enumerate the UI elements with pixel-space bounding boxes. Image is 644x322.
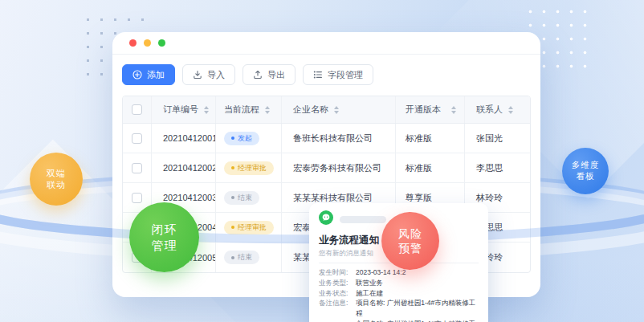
import-button-label: 导入 [207,69,225,81]
field-management-button-label: 字段管理 [328,69,363,81]
status-dot [231,196,234,199]
add-button[interactable]: 添加 [122,64,175,85]
notification-field: 业务类型: 联营业务 [319,278,479,288]
flow-status-badge: 结束 [224,191,259,205]
feature-badge-multidim-board: 多维度 看板 [562,148,609,194]
sort-icon[interactable] [451,106,456,114]
flow-status-badge: 结束 [224,251,259,264]
maximize-window-dot[interactable] [158,39,165,47]
feature-badge-risk-warning: 风险 预警 [381,212,439,270]
notification-remark: 备注信息: 项目名称: 广州碧桂园1-4#市内精装修工程 合同名称: 广州碧桂园… [319,298,479,322]
flow-status-badge: 经理审批 [224,161,274,175]
row-checkbox[interactable] [132,133,142,144]
col-header-version: 开通版本 [396,96,465,123]
version-cell: 标准版 [396,124,465,153]
minimize-window-dot[interactable] [144,39,151,47]
company-cell: 鲁班长科技有限公司 [282,124,396,153]
col-header-company: 企业名称 [282,96,396,123]
import-button[interactable]: 导入 [182,64,235,85]
row-checkbox[interactable] [132,193,142,203]
add-button-label: 添加 [147,69,165,81]
contact-cell: 张国光 [465,124,530,153]
status-dot [231,226,234,229]
table-header-row: 订单编号 当前流程 企业名称 开通版本 联系人 [123,96,530,124]
field-management-button[interactable]: 字段管理 [303,64,373,85]
scene: 添加 导入 导出 字段管理 [0,0,644,322]
col-header-contact: 联系人 [465,96,530,123]
status-dot [231,137,234,140]
sort-icon[interactable] [334,106,339,114]
plus-circle-icon [132,70,142,79]
toolbar: 添加 导入 导出 字段管理 [122,64,540,85]
col-header-flow: 当前流程 [216,96,282,123]
row-checkbox[interactable] [132,163,142,173]
feature-badge-closed-loop: 闭环 管理 [129,202,199,272]
download-icon [193,70,202,79]
status-dot [231,256,234,259]
order-no-cell: 20210412001 [152,124,216,153]
close-window-dot[interactable] [129,39,137,47]
export-button-label: 导出 [267,69,285,81]
list-icon [313,70,323,79]
sort-icon[interactable] [204,106,209,114]
export-button[interactable]: 导出 [243,64,296,85]
sort-icon[interactable] [508,106,513,114]
select-all-checkbox[interactable] [132,104,142,115]
status-dot [231,166,234,169]
version-cell: 标准版 [396,153,465,182]
table-row[interactable]: 20210412001 发起 鲁班长科技有限公司 标准版 张国光 [123,124,530,153]
chat-icon [319,210,333,228]
col-header-order-no: 订单编号 [152,96,216,123]
upload-icon [253,70,263,79]
order-no-cell: 20210412002 [152,153,216,182]
sort-icon[interactable] [265,106,270,114]
flow-status-badge: 经理审批 [224,221,274,234]
window-titlebar [112,32,540,55]
notification-field: 发生时间: 2023-03-14 14:2 [319,267,479,278]
placeholder-bar [340,216,386,223]
feature-badge-dual-linkage: 双端 联动 [30,153,83,206]
notification-field: 业务状态: 施工在建 [319,288,479,299]
company-cell: 宏泰劳务科技有限公司 [282,153,396,182]
contact-cell: 李思思 [465,153,530,182]
table-row[interactable]: 20210412002 经理审批 宏泰劳务科技有限公司 标准版 李思思 [123,153,530,183]
flow-status-badge: 发起 [224,132,259,145]
